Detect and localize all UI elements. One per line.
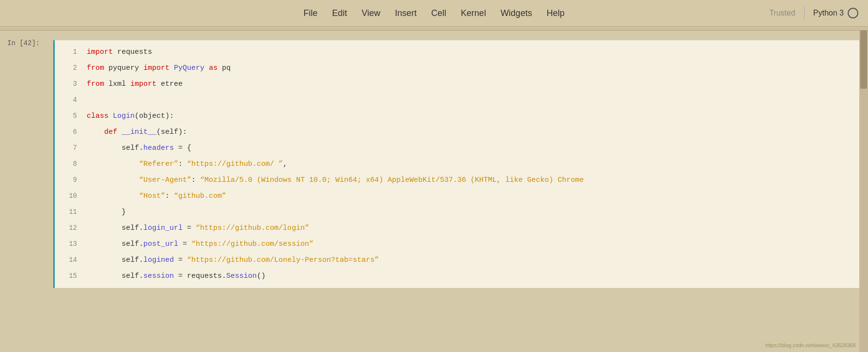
code-line-15: 15 self.session = requests.Session()	[62, 268, 852, 284]
menu-right: Trusted Python 3	[769, 6, 858, 20]
code-content: def __init__(self):	[87, 124, 187, 140]
toolbar-separator	[0, 27, 868, 31]
menu-widgets[interactable]: Widgets	[500, 8, 532, 18]
code-line-1: 1 import requests	[62, 44, 852, 60]
code-content: “User-Agent”: “Mozilla/5.0 (Windows NT 1…	[87, 172, 584, 188]
line-num: 9	[62, 172, 77, 188]
line-num: 10	[62, 188, 77, 204]
code-area: 1 import requests 2 from pyquery import …	[55, 40, 859, 288]
line-num: 3	[62, 76, 77, 92]
menu-edit[interactable]: Edit	[332, 8, 347, 18]
menu-kernel[interactable]: Kernel	[461, 8, 486, 18]
code-content: self.headers = {	[87, 140, 191, 156]
scrollbar-track[interactable]	[859, 31, 868, 352]
code-line-8: 8 “Referer”: “https://github.com/ ”,	[62, 156, 852, 172]
line-num: 6	[62, 124, 77, 140]
left-gutter	[0, 31, 53, 352]
code-content: self.login_url = “https://github.com/log…	[87, 220, 309, 236]
line-num: 1	[62, 44, 77, 60]
line-num: 11	[62, 204, 77, 220]
code-content: from lxml import etree	[87, 76, 183, 92]
code-line-13: 13 self.post_url = “https://github.com/s…	[62, 236, 852, 252]
code-cell[interactable]: 1 import requests 2 from pyquery import …	[53, 40, 859, 288]
kernel-status-circle	[848, 8, 858, 18]
code-line-12: 12 self.login_url = “https://github.com/…	[62, 220, 852, 236]
code-content: self.session = requests.Session()	[87, 268, 265, 284]
watermark: https://blog.csdn.net/weixin_42628366	[765, 342, 856, 348]
code-line-5: 5 class Login(object):	[62, 108, 852, 124]
code-line-3: 3 from lxml import etree	[62, 76, 852, 92]
menu-file[interactable]: File	[304, 8, 318, 18]
trusted-label: Trusted	[769, 9, 795, 17]
code-line-2: 2 from pyquery import PyQuery as pq	[62, 60, 852, 76]
scrollbar-thumb[interactable]	[860, 31, 867, 89]
code-content: self.logined = “https://github.com/Lonel…	[87, 252, 379, 268]
code-content: self.post_url = “https://github.com/sess…	[87, 236, 313, 252]
code-line-14: 14 self.logined = “https://github.com/Lo…	[62, 252, 852, 268]
menu-cell[interactable]: Cell	[431, 8, 446, 18]
code-line-7: 7 self.headers = {	[62, 140, 852, 156]
kernel-label: Python 3	[813, 8, 858, 18]
line-num: 15	[62, 268, 77, 284]
menu-view[interactable]: View	[362, 8, 381, 18]
kernel-name: Python 3	[813, 9, 844, 17]
code-content: class Login(object):	[87, 108, 174, 124]
code-content: from pyquery import PyQuery as pq	[87, 60, 231, 76]
menu-items: File Edit View Insert Cell Kernel Widget…	[10, 8, 858, 18]
line-num: 13	[62, 236, 77, 252]
code-line-11: 11 }	[62, 204, 852, 220]
code-content: “Referer”: “https://github.com/ ”,	[87, 156, 287, 172]
code-line-9: 9 “User-Agent”: “Mozilla/5.0 (Windows NT…	[62, 172, 852, 188]
menu-divider	[804, 6, 805, 20]
code-content: }	[87, 204, 126, 220]
line-num: 12	[62, 220, 77, 236]
menubar: File Edit View Insert Cell Kernel Widget…	[0, 0, 868, 27]
line-num: 5	[62, 108, 77, 124]
code-content: import requests	[87, 44, 152, 60]
menu-help[interactable]: Help	[546, 8, 564, 18]
cell-label: In [42]:	[7, 39, 40, 47]
line-num: 7	[62, 140, 77, 156]
line-num: 2	[62, 60, 77, 76]
line-num: 8	[62, 156, 77, 172]
code-line-10: 10 “Host”: “github.com”	[62, 188, 852, 204]
code-content: “Host”: “github.com”	[87, 188, 226, 204]
code-line-4: 4	[62, 92, 852, 108]
line-num: 14	[62, 252, 77, 268]
menu-insert[interactable]: Insert	[395, 8, 417, 18]
code-content	[87, 92, 91, 108]
code-line-6: 6 def __init__(self):	[62, 124, 852, 140]
main-area: In [42]: 1 import requests 2 from pyquer…	[0, 31, 868, 352]
line-num: 4	[62, 92, 77, 108]
